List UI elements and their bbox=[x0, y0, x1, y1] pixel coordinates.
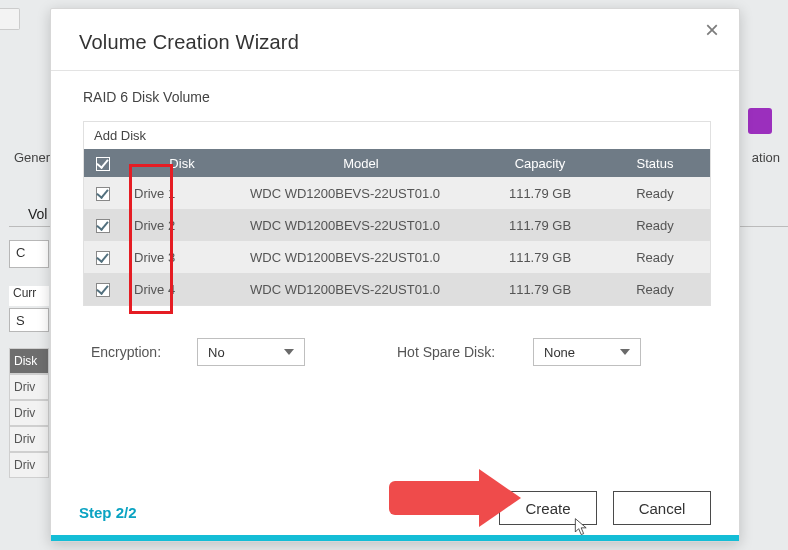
checkbox-icon[interactable] bbox=[96, 187, 110, 201]
cell-model: WDC WD1200BEVS-22UST01.0 bbox=[242, 177, 480, 209]
chevron-down-icon bbox=[620, 349, 630, 355]
hotspare-select[interactable]: None bbox=[533, 338, 641, 366]
bg-row-drv3: Driv bbox=[9, 426, 49, 452]
volume-type-label: RAID 6 Disk Volume bbox=[83, 89, 711, 105]
table-row[interactable]: Drive 4 WDC WD1200BEVS-22UST01.0 111.79 … bbox=[84, 273, 710, 305]
hotspare-value: None bbox=[544, 345, 575, 360]
cell-capacity: 111.79 GB bbox=[480, 273, 600, 305]
header-disk: Disk bbox=[122, 149, 242, 177]
disk-table: Disk Model Capacity Status Drive 1 WDC W… bbox=[84, 149, 710, 305]
cell-model: WDC WD1200BEVS-22UST01.0 bbox=[242, 209, 480, 241]
bg-box-c: C bbox=[9, 240, 49, 268]
accent-bar bbox=[51, 535, 739, 541]
bg-row-disk: Disk bbox=[9, 348, 49, 374]
bg-icon-right bbox=[748, 108, 772, 134]
checkbox-icon[interactable] bbox=[96, 283, 110, 297]
chevron-down-icon bbox=[284, 349, 294, 355]
cell-disk: Drive 1 bbox=[122, 177, 242, 209]
close-icon[interactable]: × bbox=[701, 19, 723, 41]
modal-content: RAID 6 Disk Volume Add Disk Disk Model C… bbox=[51, 71, 739, 366]
modal-title: Volume Creation Wizard bbox=[51, 9, 739, 70]
cell-status: Ready bbox=[600, 209, 710, 241]
cell-disk: Drive 4 bbox=[122, 273, 242, 305]
bg-row-drv4: Driv bbox=[9, 452, 49, 478]
cell-capacity: 111.79 GB bbox=[480, 209, 600, 241]
cancel-button[interactable]: Cancel bbox=[613, 491, 711, 525]
bg-tab-vol: Vol bbox=[28, 206, 47, 222]
cell-model: WDC WD1200BEVS-22UST01.0 bbox=[242, 241, 480, 273]
options-row: Encryption: No Hot Spare Disk: None bbox=[83, 306, 711, 366]
header-model: Model bbox=[242, 149, 480, 177]
cell-disk: Drive 2 bbox=[122, 209, 242, 241]
bg-curr: Curr bbox=[9, 286, 49, 306]
encryption-label: Encryption: bbox=[91, 344, 171, 360]
disk-table-wrap: Add Disk Disk Model Capacity Status Driv… bbox=[83, 121, 711, 306]
checkbox-icon[interactable] bbox=[96, 219, 110, 233]
header-status: Status bbox=[600, 149, 710, 177]
header-checkbox[interactable] bbox=[84, 149, 122, 177]
cell-model: WDC WD1200BEVS-22UST01.0 bbox=[242, 273, 480, 305]
table-row[interactable]: Drive 1 WDC WD1200BEVS-22UST01.0 111.79 … bbox=[84, 177, 710, 209]
bg-row-drv2: Driv bbox=[9, 400, 49, 426]
create-button[interactable]: Create bbox=[499, 491, 597, 525]
header-capacity: Capacity bbox=[480, 149, 600, 177]
add-disk-button[interactable]: Add Disk bbox=[84, 122, 710, 149]
cell-disk: Drive 3 bbox=[122, 241, 242, 273]
checkbox-icon[interactable] bbox=[96, 251, 110, 265]
step-indicator: Step 2/2 bbox=[79, 504, 137, 521]
table-row[interactable]: Drive 2 WDC WD1200BEVS-22UST01.0 111.79 … bbox=[84, 209, 710, 241]
cell-status: Ready bbox=[600, 177, 710, 209]
bg-s: S bbox=[9, 308, 49, 332]
bg-row-drv1: Driv bbox=[9, 374, 49, 400]
encryption-select[interactable]: No bbox=[197, 338, 305, 366]
encryption-value: No bbox=[208, 345, 225, 360]
bg-label-right: ation bbox=[752, 150, 780, 165]
cell-status: Ready bbox=[600, 273, 710, 305]
checkbox-all-icon[interactable] bbox=[96, 157, 110, 171]
cell-capacity: 111.79 GB bbox=[480, 177, 600, 209]
cell-status: Ready bbox=[600, 241, 710, 273]
table-row[interactable]: Drive 3 WDC WD1200BEVS-22UST01.0 111.79 … bbox=[84, 241, 710, 273]
volume-wizard-modal: × Volume Creation Wizard RAID 6 Disk Vol… bbox=[50, 8, 740, 542]
hotspare-label: Hot Spare Disk: bbox=[397, 344, 507, 360]
bg-btn-frag bbox=[0, 8, 20, 30]
cell-capacity: 111.79 GB bbox=[480, 241, 600, 273]
